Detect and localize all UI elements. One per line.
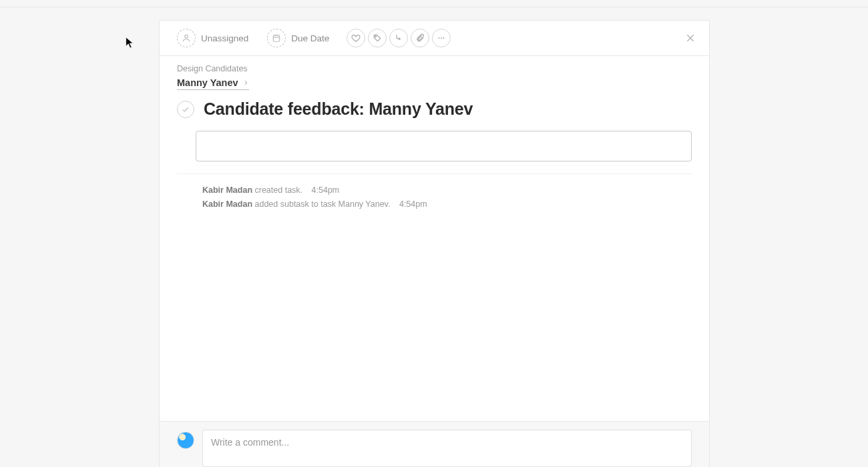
activity-log: Kabir Madan created task. 4:54pm Kabir M… <box>202 183 692 212</box>
chevron-right-icon <box>242 79 249 86</box>
person-icon <box>177 29 196 47</box>
task-toolbar: Unassigned Due Date <box>160 21 709 56</box>
comment-input[interactable]: Write a comment... <box>202 430 692 467</box>
activity-action: added subtask to task Manny Yanev. <box>255 199 391 209</box>
toolbar-icons <box>347 29 451 47</box>
complete-toggle[interactable] <box>177 101 194 118</box>
svg-point-0 <box>185 35 188 38</box>
like-button[interactable] <box>347 29 365 47</box>
current-user-avatar <box>177 432 194 449</box>
task-title[interactable]: Candidate feedback: Manny Yanev <box>204 99 473 119</box>
activity-actor: Kabir Madan <box>202 185 252 195</box>
assignee-label: Unassigned <box>201 33 248 43</box>
parent-task-name: Manny Yanev <box>177 77 238 88</box>
due-date-label: Due Date <box>291 33 329 43</box>
due-date-button[interactable]: Due Date <box>266 27 333 49</box>
svg-point-4 <box>441 37 442 39</box>
subtask-button[interactable] <box>389 29 408 47</box>
task-detail-pane: Unassigned Due Date <box>159 20 710 467</box>
activity-item: Kabir Madan added subtask to task Manny … <box>202 197 692 211</box>
description-input[interactable] <box>196 131 692 161</box>
assignee-button[interactable]: Unassigned <box>176 27 252 49</box>
activity-item: Kabir Madan created task. 4:54pm <box>202 183 692 197</box>
tag-button[interactable] <box>368 29 387 47</box>
svg-point-5 <box>443 37 445 39</box>
activity-time: 4:54pm <box>399 199 427 209</box>
section-divider <box>177 173 692 174</box>
title-row: Candidate feedback: Manny Yanev <box>177 99 692 119</box>
activity-time: 4:54pm <box>312 185 340 195</box>
activity-actor: Kabir Madan <box>202 199 252 209</box>
window-divider <box>0 7 868 7</box>
calendar-icon <box>267 29 286 47</box>
cursor-icon <box>126 37 135 50</box>
svg-point-3 <box>439 37 440 39</box>
more-button[interactable] <box>432 29 451 47</box>
attachment-button[interactable] <box>411 29 429 47</box>
svg-point-2 <box>375 36 377 37</box>
activity-action: created task. <box>255 185 303 195</box>
close-button[interactable] <box>682 30 698 46</box>
comment-composer: Write a comment... <box>160 421 709 467</box>
svg-rect-1 <box>274 35 280 41</box>
task-body: Design Candidates Manny Yanev Candidate … <box>160 56 709 421</box>
project-breadcrumb[interactable]: Design Candidates <box>177 63 692 73</box>
parent-task-link[interactable]: Manny Yanev <box>177 77 249 90</box>
